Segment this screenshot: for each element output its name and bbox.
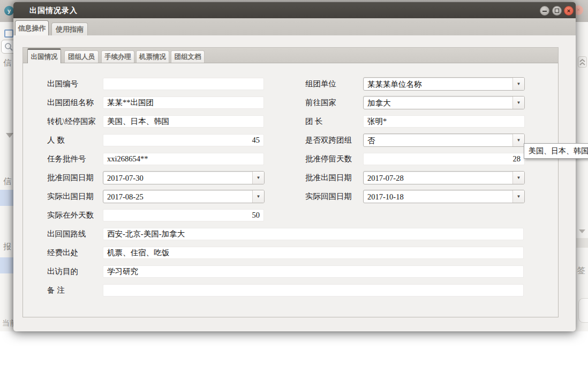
input-actual-days-abroad[interactable]: 50 bbox=[103, 209, 264, 221]
label-people-count: 人 数 bbox=[47, 134, 65, 146]
sidebar-label: 报 bbox=[3, 242, 11, 252]
label-approved-stay-days: 批准停留天数 bbox=[305, 153, 352, 165]
input-approved-stay-days[interactable]: 28 bbox=[363, 153, 525, 165]
label-actual-departure-date: 实际出国日期 bbox=[47, 190, 94, 203]
dropdown-arrow-icon[interactable]: ▼ bbox=[252, 190, 264, 203]
sidebar-highlight[interactable] bbox=[0, 190, 14, 206]
input-team-leader[interactable]: 张明* bbox=[363, 115, 525, 128]
select-approved-departure-date[interactable]: 2017-07-28 ▼ bbox=[363, 171, 525, 184]
input-remarks[interactable] bbox=[103, 284, 524, 297]
outer-tab-strip: 信息操作 使用指南 bbox=[13, 18, 576, 35]
double-chevron-up-icon bbox=[578, 57, 586, 68]
tab-procedures[interactable]: 手续办理 bbox=[101, 50, 134, 63]
select-value: 否 bbox=[367, 135, 511, 146]
close-button[interactable]: × bbox=[564, 6, 574, 16]
dropdown-arrow-icon[interactable]: ▼ bbox=[512, 78, 524, 90]
panel-edge bbox=[576, 238, 588, 248]
label-dual-cross-group: 是否双跨团组 bbox=[305, 134, 352, 146]
input-delegation-name[interactable]: 某某**出国团 bbox=[103, 97, 264, 109]
label-task-approval-number: 任务批件号 bbox=[47, 153, 86, 165]
label-route: 出回国路线 bbox=[47, 228, 86, 240]
select-value: 2017-08-25 bbox=[107, 191, 251, 203]
label-team-leader: 团 长 bbox=[305, 115, 323, 128]
label-destination-country: 前往国家 bbox=[305, 97, 336, 109]
select-value: 2017-07-28 bbox=[367, 172, 511, 184]
label-delegation-name: 出国团组名称 bbox=[47, 97, 94, 109]
dropdown-arrow-icon[interactable]: ▼ bbox=[512, 190, 524, 203]
sidebar-label: 签 bbox=[577, 265, 585, 276]
select-organizing-unit[interactable]: 某某某单位名称 ▼ bbox=[363, 77, 525, 91]
collapse-button[interactable] bbox=[578, 56, 587, 68]
dialog-title: 出国情况录入 bbox=[29, 6, 78, 16]
sidebar-highlight[interactable] bbox=[0, 257, 14, 273]
dialog-titlebar[interactable]: 出国情况录入 × bbox=[13, 2, 576, 18]
tab-abroad-info[interactable]: 出国情况 bbox=[27, 48, 61, 63]
tab-info-operation[interactable]: 信息操作 bbox=[15, 20, 49, 35]
input-transit-countries[interactable]: 美国、日本、韩国 bbox=[103, 115, 264, 128]
inner-tab-strip: 出国情况 团组人员 手续办理 机票情况 团组文档 bbox=[22, 47, 559, 63]
dropdown-caret-icon[interactable] bbox=[579, 229, 585, 233]
select-value: 某某某单位名称 bbox=[367, 78, 511, 90]
tab-user-guide[interactable]: 使用指南 bbox=[51, 23, 88, 35]
label-visit-purpose: 出访目的 bbox=[47, 265, 78, 278]
label-approved-return-date: 批准回国日期 bbox=[47, 172, 94, 184]
label-exit-number: 出国编号 bbox=[47, 78, 78, 90]
select-dual-cross-group[interactable]: 否 ▼ bbox=[363, 134, 525, 147]
dropdown-arrow-icon[interactable]: ▼ bbox=[512, 172, 524, 184]
tab-group-documents[interactable]: 团组文档 bbox=[171, 50, 205, 63]
select-approved-return-date[interactable]: 2017-07-30 ▼ bbox=[103, 171, 265, 184]
maximize-button[interactable] bbox=[552, 6, 562, 16]
label-organizing-unit: 组团单位 bbox=[305, 78, 336, 90]
input-people-count[interactable]: 45 bbox=[103, 134, 264, 146]
label-expense-source: 经费出处 bbox=[47, 247, 78, 259]
sidebar-label: 信 bbox=[3, 176, 11, 187]
input-expense-source[interactable]: 机票、住宿、吃饭 bbox=[103, 247, 524, 259]
label-actual-return-date: 实际回国日期 bbox=[305, 190, 352, 203]
input-route[interactable]: 西安-北京-美国-加拿大 bbox=[103, 228, 524, 240]
label-transit-countries: 转机\经停国家 bbox=[47, 115, 96, 128]
label-approved-departure-date: 批准出国日期 bbox=[305, 172, 352, 184]
sidebar-label: 信 bbox=[3, 58, 11, 68]
tab-ticket-info[interactable]: 机票情况 bbox=[136, 50, 169, 63]
select-value: 2017-10-18 bbox=[367, 191, 511, 203]
select-destination-country[interactable]: 加拿大 ▼ bbox=[363, 96, 525, 109]
select-value: 2017-07-30 bbox=[107, 172, 251, 184]
collapse-caret-icon[interactable] bbox=[6, 133, 13, 138]
input-task-approval-number[interactable]: xxi268654** bbox=[103, 153, 264, 165]
dropdown-arrow-icon[interactable]: ▼ bbox=[512, 134, 524, 146]
app-logo-icon: y bbox=[4, 6, 14, 16]
select-value: 加拿大 bbox=[367, 97, 511, 109]
label-remarks: 备 注 bbox=[47, 284, 65, 297]
dropdown-arrow-icon[interactable]: ▼ bbox=[512, 97, 524, 109]
input-visit-purpose[interactable]: 学习研究 bbox=[103, 265, 524, 278]
tab-group-members[interactable]: 团组人员 bbox=[64, 50, 99, 63]
select-actual-return-date[interactable]: 2017-10-18 ▼ bbox=[363, 190, 525, 203]
dialog-going-abroad-entry: 出国情况录入 × 信息操作 使用指南 出国情况 团组人员 手续办理 机票情况 团… bbox=[13, 2, 576, 331]
window-icon bbox=[4, 29, 13, 38]
panel-corner bbox=[578, 298, 588, 323]
input-exit-number[interactable] bbox=[103, 78, 264, 90]
select-actual-departure-date[interactable]: 2017-08-25 ▼ bbox=[103, 190, 265, 203]
tooltip-transit-countries: 美国、日本、韩国 bbox=[524, 143, 588, 159]
dropdown-arrow-icon[interactable]: ▼ bbox=[252, 172, 264, 184]
label-actual-days-abroad: 实际在外天数 bbox=[47, 209, 94, 221]
search-icon bbox=[4, 42, 14, 52]
minimize-button[interactable] bbox=[540, 6, 549, 16]
